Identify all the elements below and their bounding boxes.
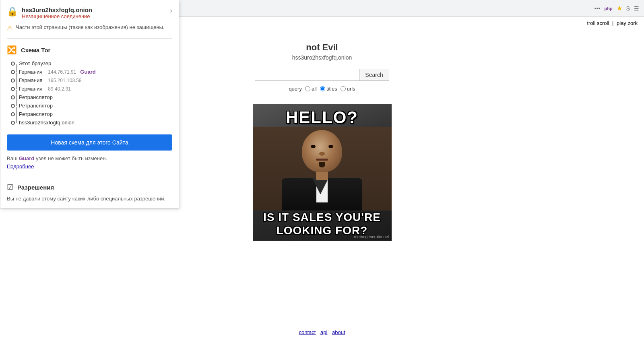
search-button[interactable]: Search bbox=[359, 69, 389, 81]
circuit-dot bbox=[11, 62, 15, 66]
circuit-node-label: Этот браузер bbox=[19, 60, 51, 66]
troll-scroll-link[interactable]: troll scroll bbox=[587, 20, 609, 26]
tor-section: 🔀 Схема Tor Этот браузер Германия 144.76… bbox=[7, 45, 172, 176]
bookmark-star[interactable]: ★ bbox=[617, 4, 622, 12]
php-tag: php bbox=[604, 6, 612, 11]
permissions-text: Вы не давали этому сайту каких-либо спец… bbox=[7, 196, 172, 202]
circuit-dot bbox=[11, 70, 15, 74]
chevron-right-icon[interactable]: › bbox=[170, 6, 172, 15]
permissions-header: ☑ Разрешения bbox=[7, 183, 172, 192]
circuit-node-label: Германия bbox=[19, 69, 42, 75]
tor-header: 🔀 Схема Tor bbox=[7, 45, 172, 55]
meme-image: HELLO? bbox=[253, 104, 392, 241]
search-bar: Search bbox=[255, 69, 389, 81]
meme-eye-right bbox=[328, 145, 333, 148]
circuit-dot bbox=[11, 121, 15, 125]
titles-option[interactable]: titles bbox=[320, 86, 337, 92]
all-option[interactable]: all bbox=[305, 86, 317, 92]
circuit-item: Ретранслятор bbox=[11, 111, 172, 117]
circuit-ip: 144.76.71.91 bbox=[48, 69, 76, 75]
play-zork-link[interactable]: play zork bbox=[617, 20, 638, 26]
circuit-list: Этот браузер Германия 144.76.71.91 Guard… bbox=[7, 60, 172, 126]
circuit-item: Ретранслятор bbox=[11, 103, 172, 109]
panel-header-left: 🔒 hss3uro2hsxfogfq.onion Незащищённое со… bbox=[7, 6, 92, 19]
circuit-dot bbox=[11, 78, 15, 83]
meme-suit bbox=[282, 178, 362, 211]
search-input[interactable] bbox=[255, 69, 359, 81]
guard-note-suffix: узел не может быть изменен. bbox=[36, 155, 107, 161]
circuit-item: Германия 195.201.103.59 bbox=[11, 77, 172, 83]
guard-note: Ваш Guard узел не может быть изменен. bbox=[7, 155, 172, 161]
search-options: query all titles urls bbox=[289, 86, 355, 92]
meme-background: HELLO? bbox=[253, 104, 392, 241]
meme-mouth bbox=[316, 159, 328, 161]
sync-icon[interactable]: S bbox=[626, 5, 630, 12]
menu-dots[interactable]: ••• bbox=[594, 5, 601, 12]
circuit-dot bbox=[11, 112, 15, 116]
footer: contact api about bbox=[291, 321, 353, 343]
link-separator: | bbox=[612, 20, 613, 26]
circuit-node-label: Ретранслятор bbox=[19, 94, 53, 100]
urls-radio[interactable] bbox=[341, 86, 346, 91]
warning-icon: ⚠ bbox=[7, 24, 12, 32]
top-links: troll scroll | play zork bbox=[587, 20, 638, 26]
meme-top-text: HELLO? bbox=[253, 104, 392, 127]
circuit-item: hss3uro2hsxfogfq.onion bbox=[11, 120, 172, 126]
tor-icon: 🔀 bbox=[7, 45, 17, 55]
permissions-title: Разрешения bbox=[17, 184, 54, 191]
circuit-ip: 195.201.103.59 bbox=[48, 78, 81, 83]
circuit-node-label: Ретранслятор bbox=[19, 103, 53, 109]
circuit-item: Германия 89.40.2.91 bbox=[11, 86, 172, 92]
warning-text: Части этой страницы (такие как изображен… bbox=[16, 24, 165, 30]
circuit-item: Германия 144.76.71.91 Guard bbox=[11, 69, 172, 75]
urls-option[interactable]: urls bbox=[341, 86, 355, 92]
panel-warning: ⚠ Части этой страницы (такие как изображ… bbox=[7, 24, 172, 39]
permissions-icon: ☑ bbox=[7, 183, 13, 192]
circuit-node-label: Ретранслятор bbox=[19, 111, 53, 117]
site-title: not Evil bbox=[306, 42, 338, 53]
guard-word: Guard bbox=[19, 155, 34, 161]
urls-label: urls bbox=[347, 86, 355, 92]
circuit-dot bbox=[11, 87, 15, 91]
circuit-item: Ретранслятор bbox=[11, 94, 172, 100]
panel-site-info: 🔒 hss3uro2hsxfogfq.onion Незащищённое со… bbox=[7, 6, 172, 19]
panel-insecure-label: Незащищённое соединение bbox=[22, 13, 92, 19]
meme-head bbox=[302, 130, 342, 172]
all-label: all bbox=[312, 86, 317, 92]
meme-nose bbox=[319, 152, 325, 156]
more-link[interactable]: Подробнее bbox=[7, 163, 34, 169]
meme-goatee bbox=[319, 162, 325, 167]
circuit-node-label: hss3uro2hsxfogfq.onion bbox=[19, 120, 74, 126]
guard-badge: Guard bbox=[80, 69, 95, 75]
page-body: troll scroll | play zork 🔒 hss3uro2hsxfo… bbox=[0, 17, 644, 355]
panel-site-title: hss3uro2hsxfogfq.onion bbox=[22, 6, 92, 13]
guard-note-prefix: Ваш bbox=[7, 155, 17, 161]
all-radio[interactable] bbox=[305, 86, 310, 91]
meme-watermark: memegenerator.net bbox=[354, 235, 389, 239]
panel-lock-icon: 🔒 bbox=[7, 6, 18, 17]
meme-lapel-left bbox=[312, 178, 328, 194]
meme-eye-left bbox=[311, 145, 316, 148]
titles-label: titles bbox=[326, 86, 337, 92]
circuit-dot bbox=[11, 104, 15, 108]
contact-link[interactable]: contact bbox=[299, 329, 316, 335]
about-link[interactable]: about bbox=[332, 329, 345, 335]
meme-torso-area bbox=[253, 127, 392, 211]
circuit-node-label: Германия bbox=[19, 77, 42, 83]
dropdown-panel: 🔒 hss3uro2hsxfogfq.onion Незащищённое со… bbox=[0, 0, 179, 208]
new-circuit-button[interactable]: Новая схема для этого Сайта bbox=[7, 134, 172, 151]
circuit-ip: 89.40.2.91 bbox=[48, 86, 71, 92]
tor-title: Схема Tor bbox=[21, 47, 50, 54]
site-subtitle: hss3uro2hsxfogfq.onion bbox=[292, 54, 352, 61]
circuit-dot bbox=[11, 95, 15, 99]
query-label: query bbox=[289, 86, 302, 92]
menu-icon[interactable]: ☰ bbox=[634, 5, 639, 12]
api-link[interactable]: api bbox=[320, 329, 327, 335]
browser-right: ••• php ★ S ☰ bbox=[594, 4, 639, 12]
titles-radio[interactable] bbox=[320, 86, 325, 91]
circuit-item: Этот браузер bbox=[11, 60, 172, 66]
meme-person-area bbox=[253, 127, 392, 211]
circuit-node-label: Германия bbox=[19, 86, 42, 92]
permissions-section: ☑ Разрешения Вы не давали этому сайту ка… bbox=[7, 176, 172, 202]
panel-title-block: hss3uro2hsxfogfq.onion Незащищённое соед… bbox=[22, 6, 92, 19]
